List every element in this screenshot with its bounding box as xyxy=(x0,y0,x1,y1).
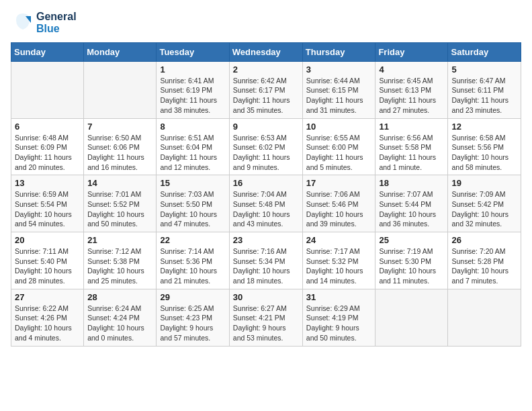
day-content: Sunrise: 7:12 AM Sunset: 5:38 PM Dayligh… xyxy=(87,246,152,286)
calendar-cell: 16Sunrise: 7:04 AM Sunset: 5:48 PM Dayli… xyxy=(229,175,302,232)
calendar-cell: 5Sunrise: 6:47 AM Sunset: 6:11 PM Daylig… xyxy=(448,61,521,118)
calendar-cell xyxy=(375,289,448,346)
weekday-header-row: SundayMondayTuesdayWednesdayThursdayFrid… xyxy=(11,42,521,61)
day-content: Sunrise: 6:56 AM Sunset: 5:58 PM Dayligh… xyxy=(379,133,444,173)
calendar-cell: 4Sunrise: 6:45 AM Sunset: 6:13 PM Daylig… xyxy=(375,61,448,118)
calendar-cell: 27Sunrise: 6:22 AM Sunset: 4:26 PM Dayli… xyxy=(11,289,84,346)
day-number: 20 xyxy=(15,235,80,245)
calendar-cell: 14Sunrise: 7:01 AM Sunset: 5:52 PM Dayli… xyxy=(84,175,157,232)
day-content: Sunrise: 7:20 AM Sunset: 5:28 PM Dayligh… xyxy=(451,246,517,286)
calendar-cell: 1Sunrise: 6:41 AM Sunset: 6:19 PM Daylig… xyxy=(157,61,229,118)
day-number: 7 xyxy=(87,122,152,132)
day-number: 19 xyxy=(451,178,517,188)
day-content: Sunrise: 6:45 AM Sunset: 6:13 PM Dayligh… xyxy=(379,76,444,116)
day-content: Sunrise: 6:27 AM Sunset: 4:21 PM Dayligh… xyxy=(233,304,299,343)
calendar-cell: 12Sunrise: 6:58 AM Sunset: 5:56 PM Dayli… xyxy=(448,118,521,175)
calendar-cell: 15Sunrise: 7:03 AM Sunset: 5:50 PM Dayli… xyxy=(157,175,229,232)
day-number: 6 xyxy=(15,122,80,132)
day-number: 1 xyxy=(160,64,225,75)
calendar-cell: 25Sunrise: 7:19 AM Sunset: 5:30 PM Dayli… xyxy=(375,232,448,289)
calendar-cell: 13Sunrise: 6:59 AM Sunset: 5:54 PM Dayli… xyxy=(11,175,84,232)
day-content: Sunrise: 7:06 AM Sunset: 5:46 PM Dayligh… xyxy=(306,189,372,229)
calendar-cell: 19Sunrise: 7:09 AM Sunset: 5:42 PM Dayli… xyxy=(448,175,521,232)
day-content: Sunrise: 6:44 AM Sunset: 6:15 PM Dayligh… xyxy=(306,76,372,116)
day-number: 2 xyxy=(233,64,299,75)
calendar-cell: 11Sunrise: 6:56 AM Sunset: 5:58 PM Dayli… xyxy=(375,118,448,175)
day-number: 5 xyxy=(451,64,517,75)
calendar-cell: 2Sunrise: 6:42 AM Sunset: 6:17 PM Daylig… xyxy=(229,61,302,118)
calendar-cell: 24Sunrise: 7:17 AM Sunset: 5:32 PM Dayli… xyxy=(302,232,375,289)
calendar-cell: 18Sunrise: 7:07 AM Sunset: 5:44 PM Dayli… xyxy=(375,175,448,232)
day-content: Sunrise: 6:24 AM Sunset: 4:24 PM Dayligh… xyxy=(87,304,152,343)
calendar-cell: 6Sunrise: 6:48 AM Sunset: 6:09 PM Daylig… xyxy=(11,118,84,175)
day-content: Sunrise: 6:29 AM Sunset: 4:19 PM Dayligh… xyxy=(306,304,372,343)
day-number: 13 xyxy=(15,178,80,188)
day-number: 26 xyxy=(451,235,517,245)
day-content: Sunrise: 6:53 AM Sunset: 6:02 PM Dayligh… xyxy=(233,133,299,173)
day-number: 4 xyxy=(379,64,444,75)
calendar-cell: 7Sunrise: 6:50 AM Sunset: 6:06 PM Daylig… xyxy=(84,118,157,175)
calendar-cell: 22Sunrise: 7:14 AM Sunset: 5:36 PM Dayli… xyxy=(157,232,229,289)
day-number: 21 xyxy=(87,235,152,245)
calendar-cell: 3Sunrise: 6:44 AM Sunset: 6:15 PM Daylig… xyxy=(302,61,375,118)
weekday-header-wednesday: Wednesday xyxy=(229,42,302,61)
day-content: Sunrise: 7:11 AM Sunset: 5:40 PM Dayligh… xyxy=(15,246,80,286)
day-number: 22 xyxy=(160,235,225,245)
day-content: Sunrise: 6:59 AM Sunset: 5:54 PM Dayligh… xyxy=(15,189,80,229)
calendar-week-5: 27Sunrise: 6:22 AM Sunset: 4:26 PM Dayli… xyxy=(11,289,521,346)
calendar-cell xyxy=(11,61,84,118)
calendar-week-1: 1Sunrise: 6:41 AM Sunset: 6:19 PM Daylig… xyxy=(11,61,521,118)
calendar-cell: 20Sunrise: 7:11 AM Sunset: 5:40 PM Dayli… xyxy=(11,232,84,289)
logo-blue-text: Blue xyxy=(36,23,77,35)
calendar-cell: 8Sunrise: 6:51 AM Sunset: 6:04 PM Daylig… xyxy=(157,118,229,175)
day-number: 28 xyxy=(87,292,152,302)
day-number: 31 xyxy=(306,292,372,302)
calendar-cell: 17Sunrise: 7:06 AM Sunset: 5:46 PM Dayli… xyxy=(302,175,375,232)
day-content: Sunrise: 6:55 AM Sunset: 6:00 PM Dayligh… xyxy=(306,133,372,173)
day-content: Sunrise: 6:48 AM Sunset: 6:09 PM Dayligh… xyxy=(15,133,80,173)
calendar-week-3: 13Sunrise: 6:59 AM Sunset: 5:54 PM Dayli… xyxy=(11,175,521,232)
day-content: Sunrise: 7:04 AM Sunset: 5:48 PM Dayligh… xyxy=(233,189,299,229)
day-content: Sunrise: 6:22 AM Sunset: 4:26 PM Dayligh… xyxy=(15,304,80,343)
logo: General Blue xyxy=(11,11,77,36)
day-content: Sunrise: 6:42 AM Sunset: 6:17 PM Dayligh… xyxy=(233,76,299,116)
day-number: 23 xyxy=(233,235,299,245)
calendar-week-4: 20Sunrise: 7:11 AM Sunset: 5:40 PM Dayli… xyxy=(11,232,521,289)
day-content: Sunrise: 7:14 AM Sunset: 5:36 PM Dayligh… xyxy=(160,246,225,286)
day-number: 14 xyxy=(87,178,152,188)
calendar-cell xyxy=(84,61,157,118)
calendar-cell xyxy=(448,289,521,346)
day-number: 12 xyxy=(451,122,517,132)
day-number: 3 xyxy=(306,64,372,75)
weekday-header-thursday: Thursday xyxy=(302,42,375,61)
day-number: 18 xyxy=(379,178,444,188)
day-content: Sunrise: 7:07 AM Sunset: 5:44 PM Dayligh… xyxy=(379,189,444,229)
day-content: Sunrise: 6:50 AM Sunset: 6:06 PM Dayligh… xyxy=(87,133,152,173)
day-content: Sunrise: 6:41 AM Sunset: 6:19 PM Dayligh… xyxy=(160,76,225,116)
day-number: 24 xyxy=(306,235,372,245)
day-number: 16 xyxy=(233,178,299,188)
calendar-cell: 31Sunrise: 6:29 AM Sunset: 4:19 PM Dayli… xyxy=(302,289,375,346)
calendar-cell: 10Sunrise: 6:55 AM Sunset: 6:00 PM Dayli… xyxy=(302,118,375,175)
day-content: Sunrise: 6:47 AM Sunset: 6:11 PM Dayligh… xyxy=(451,76,517,116)
logo-svg-icon xyxy=(11,11,35,35)
page-header: General Blue xyxy=(11,11,521,36)
weekday-header-friday: Friday xyxy=(375,42,448,61)
day-number: 29 xyxy=(160,292,225,302)
calendar-cell: 30Sunrise: 6:27 AM Sunset: 4:21 PM Dayli… xyxy=(229,289,302,346)
day-number: 9 xyxy=(233,122,299,132)
calendar-cell: 9Sunrise: 6:53 AM Sunset: 6:02 PM Daylig… xyxy=(229,118,302,175)
calendar-cell: 26Sunrise: 7:20 AM Sunset: 5:28 PM Dayli… xyxy=(448,232,521,289)
logo-general-text: General xyxy=(36,11,77,23)
day-number: 25 xyxy=(379,235,444,245)
day-content: Sunrise: 7:03 AM Sunset: 5:50 PM Dayligh… xyxy=(160,189,225,229)
calendar-cell: 28Sunrise: 6:24 AM Sunset: 4:24 PM Dayli… xyxy=(84,289,157,346)
day-content: Sunrise: 6:25 AM Sunset: 4:23 PM Dayligh… xyxy=(160,304,225,343)
day-number: 8 xyxy=(160,122,225,132)
day-content: Sunrise: 6:58 AM Sunset: 5:56 PM Dayligh… xyxy=(451,133,517,173)
day-content: Sunrise: 6:51 AM Sunset: 6:04 PM Dayligh… xyxy=(160,133,225,173)
weekday-header-monday: Monday xyxy=(84,42,157,61)
day-number: 15 xyxy=(160,178,225,188)
calendar-week-2: 6Sunrise: 6:48 AM Sunset: 6:09 PM Daylig… xyxy=(11,118,521,175)
calendar-table: SundayMondayTuesdayWednesdayThursdayFrid… xyxy=(11,42,521,347)
